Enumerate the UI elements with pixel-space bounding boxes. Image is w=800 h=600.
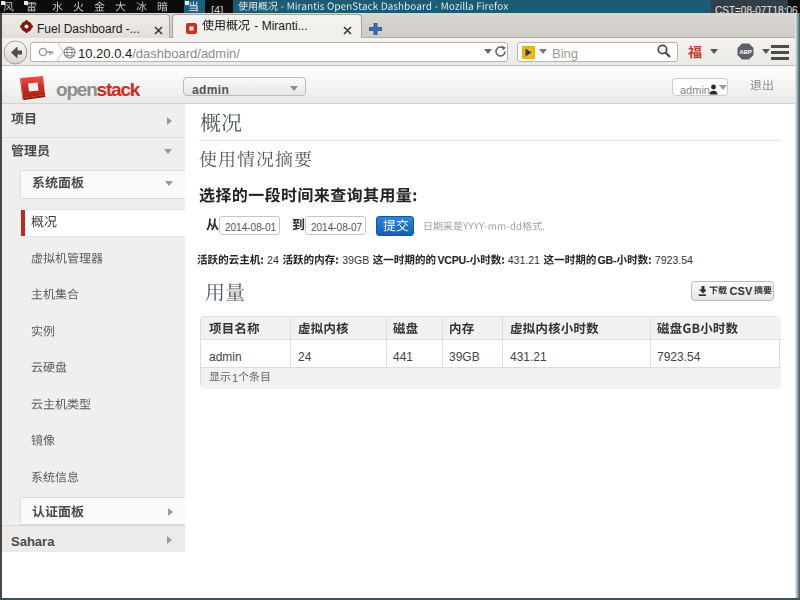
svg-text:ABP: ABP (739, 49, 752, 55)
